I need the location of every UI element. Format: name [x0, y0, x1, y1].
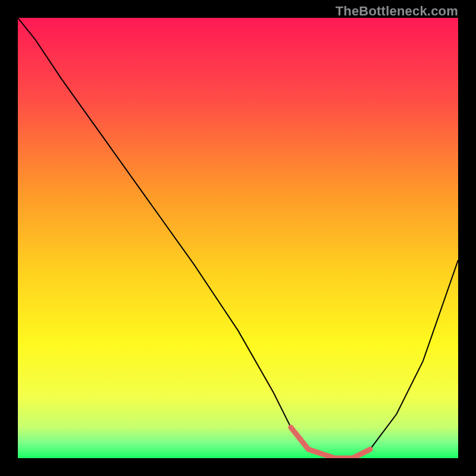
chart-frame — [18, 18, 458, 458]
chart-background — [18, 18, 458, 458]
watermark-text: TheBottleneck.com — [336, 4, 458, 19]
bottleneck-chart — [18, 18, 458, 458]
